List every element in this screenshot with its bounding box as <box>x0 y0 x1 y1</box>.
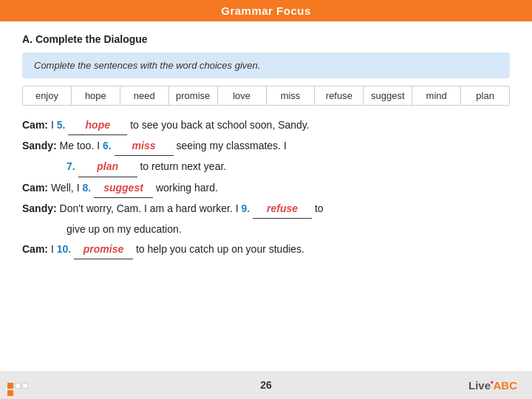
speaker-sandy-1: Sandy: <box>22 140 57 151</box>
blank-8: suggest <box>94 179 153 198</box>
number-5: 5. <box>57 119 66 131</box>
dec-sq-2 <box>15 383 21 389</box>
dialogue-line-6: give up on my education. <box>22 220 510 239</box>
word-miss: miss <box>267 86 316 105</box>
dec-sq-4 <box>7 390 13 396</box>
footer-decoration <box>7 383 28 396</box>
blank-10: promise <box>74 240 133 259</box>
dialogue-line-1: Cam: I 5. hope to see you back at school… <box>22 116 510 135</box>
speaker-cam-1: Cam: <box>22 119 48 131</box>
word-list: enjoy hope need promise love miss refuse… <box>22 86 510 106</box>
word-need: need <box>120 86 169 105</box>
dialogue-line-3: 7. plan to return next year. <box>22 157 510 177</box>
dialogue-line-7: Cam: I 10. promise to help you catch up … <box>22 240 510 259</box>
logo-area: Live•ABC <box>468 378 517 392</box>
dialogue-line-4: Cam: Well, I 8. suggest working hard. <box>22 179 510 198</box>
word-enjoy: enjoy <box>23 86 72 105</box>
word-hope: hope <box>72 86 120 105</box>
speaker-sandy-2: Sandy: <box>22 202 57 214</box>
word-promise: promise <box>169 86 218 105</box>
page-number: 26 <box>260 379 272 391</box>
number-7: 7. <box>66 160 75 172</box>
main-content: A. Complete the Dialogue Complete the se… <box>0 21 532 371</box>
speaker-cam-3: Cam: <box>22 243 48 255</box>
speaker-cam-2: Cam: <box>22 182 48 194</box>
dialogue-line-2: Sandy: Me too. I 6. miss seeing my class… <box>22 137 510 156</box>
dec-sq-3 <box>22 383 28 389</box>
page-header: Grammar Focus <box>0 0 532 21</box>
section-label: A. Complete the Dialogue <box>22 33 510 45</box>
number-8: 8. <box>82 182 91 194</box>
blank-7: plan <box>78 157 137 177</box>
logo-live: Live•ABC <box>468 378 517 392</box>
page: Grammar Focus A. Complete the Dialogue C… <box>0 0 532 399</box>
blank-5: hope <box>68 116 127 135</box>
blank-9: refuse <box>253 200 312 219</box>
header-title: Grammar Focus <box>221 4 311 17</box>
word-suggest: suggest <box>364 86 412 105</box>
number-6: 6. <box>103 140 112 151</box>
dialogue-line-5: Sandy: Don't worry, Cam. I am a hard wor… <box>22 200 510 219</box>
word-love: love <box>218 86 267 105</box>
instruction-text: Complete the sentences with the word cho… <box>34 60 260 71</box>
word-mind: mind <box>412 86 461 105</box>
number-9: 9. <box>242 202 250 214</box>
blank-6: miss <box>115 137 174 156</box>
word-refuse: refuse <box>315 86 364 105</box>
instruction-box: Complete the sentences with the word cho… <box>22 52 510 78</box>
number-10: 10. <box>57 243 71 255</box>
word-plan: plan <box>461 86 509 105</box>
page-footer: 26 Live•ABC <box>0 371 532 399</box>
dialogue: Cam: I 5. hope to see you back at school… <box>22 116 510 371</box>
dec-sq-1 <box>7 383 13 389</box>
